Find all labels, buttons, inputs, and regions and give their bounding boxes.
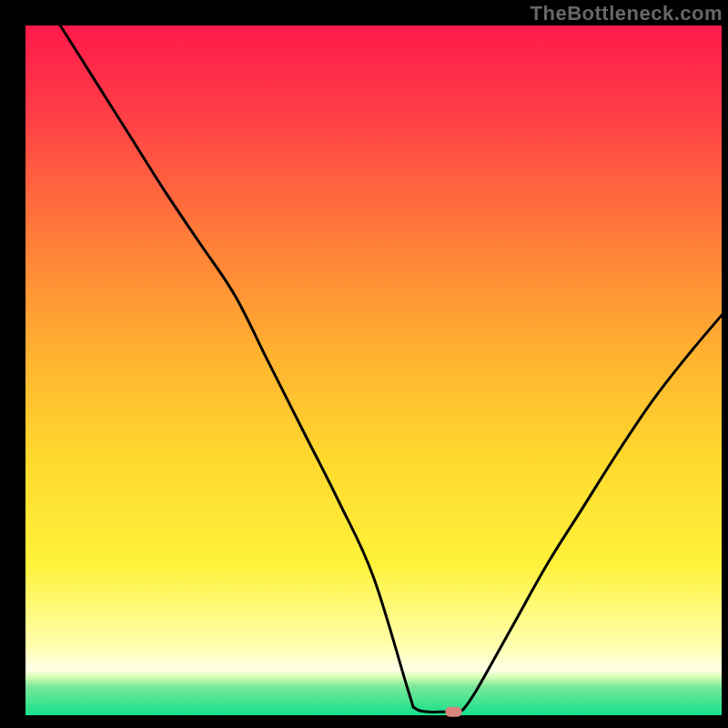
optimal-marker bbox=[446, 707, 462, 717]
watermark-text: TheBottleneck.com bbox=[531, 2, 723, 25]
chart-container: TheBottleneck.com bbox=[0, 0, 728, 728]
bottleneck-chart bbox=[0, 0, 728, 728]
plot-background bbox=[25, 25, 722, 715]
